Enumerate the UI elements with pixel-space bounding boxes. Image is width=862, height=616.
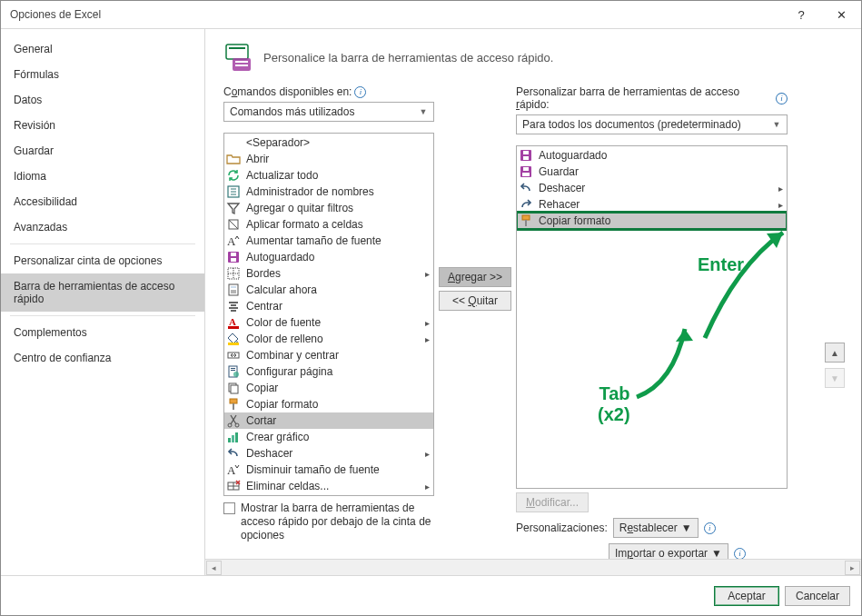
nav-item[interactable]: Accesibilidad: [1, 189, 204, 214]
reset-button[interactable]: Restablecer ▼: [613, 518, 699, 538]
move-down-button: ▼: [825, 368, 845, 388]
list-item[interactable]: <Separador>: [224, 134, 433, 151]
list-item[interactable]: Abrir: [224, 151, 433, 167]
svg-rect-46: [522, 215, 530, 220]
nav-separator: [10, 243, 195, 244]
list-item[interactable]: Cortar: [224, 412, 433, 429]
scroll-left-icon[interactable]: ◂: [206, 561, 222, 575]
list-item-label: Deshacer: [246, 447, 417, 460]
nav-item[interactable]: Revisión: [1, 113, 204, 138]
name-manager-icon: [226, 184, 241, 199]
svg-rect-37: [235, 432, 238, 442]
svg-rect-32: [233, 403, 234, 410]
list-item[interactable]: Eliminar celdas...: [224, 478, 433, 494]
nav-item[interactable]: General: [1, 36, 204, 62]
list-item[interactable]: Guardar: [517, 164, 787, 180]
list-item-label: Guardar: [539, 165, 785, 178]
move-up-button[interactable]: ▲: [825, 343, 845, 363]
list-item[interactable]: ADisminuir tamaño de fuente: [224, 462, 433, 478]
svg-rect-1: [229, 47, 245, 49]
list-item[interactable]: Autoguardado: [517, 147, 787, 164]
svg-rect-30: [231, 385, 238, 393]
list-item[interactable]: Rehacer: [517, 196, 787, 213]
svg-rect-36: [232, 435, 234, 442]
format-painter-icon: [226, 397, 241, 412]
show-below-ribbon-option[interactable]: Mostrar la barra de herramientas de acce…: [223, 502, 434, 542]
import-export-button[interactable]: Importar o exportar ▼: [609, 543, 728, 559]
nav-item[interactable]: Datos: [1, 87, 204, 113]
info-icon[interactable]: i: [354, 86, 366, 98]
svg-point-19: [233, 292, 234, 293]
list-item-label: Cortar: [246, 414, 431, 427]
dialog-footer: Aceptar Cancelar: [1, 575, 861, 615]
list-item-label: Autoguardado: [539, 149, 785, 162]
list-item[interactable]: Deshacer: [517, 180, 787, 196]
add-button[interactable]: Agregar >>: [439, 267, 511, 287]
scroll-right-icon[interactable]: ▸: [845, 561, 860, 575]
available-commands-combo[interactable]: Comandos más utilizados ▼: [223, 102, 434, 122]
customizations-label: Personalizaciones:: [516, 522, 608, 534]
undo-icon: [226, 446, 241, 461]
list-item[interactable]: Autoguardado: [224, 249, 433, 265]
list-item[interactable]: Crear gráfico: [224, 429, 433, 445]
nav-item[interactable]: Fórmulas: [1, 62, 204, 87]
excel-options-dialog: Opciones de Excel ? ✕ GeneralFórmulasDat…: [0, 0, 862, 616]
borders-icon: [226, 266, 241, 281]
submenu-indicator-icon: [422, 482, 431, 492]
svg-rect-47: [525, 220, 527, 226]
submenu-indicator-icon: [422, 269, 431, 279]
info-icon[interactable]: i: [704, 522, 716, 534]
nav-item[interactable]: Personalizar cinta de opciones: [1, 248, 204, 273]
list-item-label: Calcular ahora: [246, 283, 431, 296]
info-icon[interactable]: i: [776, 93, 788, 104]
folder-open-icon: [226, 152, 241, 166]
list-item[interactable]: Color de relleno: [224, 331, 433, 347]
list-item[interactable]: Combinar y centrar: [224, 347, 433, 363]
nav-item[interactable]: Idioma: [1, 164, 204, 189]
list-item[interactable]: Deshacer: [224, 445, 433, 462]
available-commands-list[interactable]: <Separador>AbrirActualizar todoAdministr…: [223, 133, 434, 496]
list-item[interactable]: Actualizar todo: [224, 167, 433, 184]
remove-button[interactable]: << Quitar: [439, 291, 511, 311]
checkbox-unchecked[interactable]: [223, 502, 235, 514]
svg-point-17: [234, 290, 236, 292]
refresh-all-icon: [226, 168, 241, 183]
list-item[interactable]: Bordes: [224, 265, 433, 282]
list-item-label: Agregar o quitar filtros: [246, 202, 431, 214]
font-shrink-icon: A: [226, 462, 241, 477]
svg-rect-14: [231, 286, 236, 288]
info-icon[interactable]: i: [734, 548, 746, 560]
qat-items-list[interactable]: AutoguardadoGuardarDeshacerRehacerCopiar…: [516, 145, 788, 489]
list-item[interactable]: Agregar o quitar filtros: [224, 200, 433, 216]
list-item[interactable]: Aplicar formato a celdas: [224, 216, 433, 233]
list-item[interactable]: AColor de fuente: [224, 314, 433, 331]
list-item-label: Copiar: [246, 382, 431, 394]
list-item[interactable]: Configurar página: [224, 363, 433, 380]
list-item-label: Crear gráfico: [246, 431, 431, 443]
list-item[interactable]: Centrar: [224, 298, 433, 314]
list-item-label: Actualizar todo: [246, 169, 431, 182]
list-item[interactable]: Copiar formato: [224, 396, 433, 412]
qat-header-icon: [223, 42, 254, 73]
font-color-icon: A: [226, 315, 241, 330]
list-item[interactable]: AAumentar tamaño de fuente: [224, 233, 433, 249]
nav-item[interactable]: Barra de herramientas de acceso rápido: [1, 273, 204, 312]
chevron-down-icon: ▼: [417, 107, 430, 116]
svg-rect-31: [230, 399, 237, 403]
nav-item[interactable]: Centro de confianza: [1, 345, 204, 371]
horizontal-scrollbar[interactable]: ◂ ▸: [205, 559, 861, 575]
list-item[interactable]: Copiar: [224, 380, 433, 396]
list-item[interactable]: Calcular ahora: [224, 282, 433, 298]
list-item[interactable]: Administrador de nombres: [224, 184, 433, 200]
window-title: Opciones de Excel: [10, 8, 781, 21]
list-item[interactable]: Copiar formato: [517, 213, 787, 229]
close-button[interactable]: ✕: [821, 1, 861, 29]
nav-item[interactable]: Complementos: [1, 320, 204, 345]
customize-qat-combo[interactable]: Para todos los documentos (predeterminad…: [516, 114, 788, 134]
nav-item[interactable]: Guardar: [1, 138, 204, 164]
close-icon: ✕: [837, 8, 847, 22]
cancel-button[interactable]: Cancelar: [785, 586, 850, 606]
ok-button[interactable]: Aceptar: [714, 586, 779, 606]
help-button[interactable]: ?: [781, 1, 821, 29]
nav-item[interactable]: Avanzadas: [1, 214, 204, 240]
